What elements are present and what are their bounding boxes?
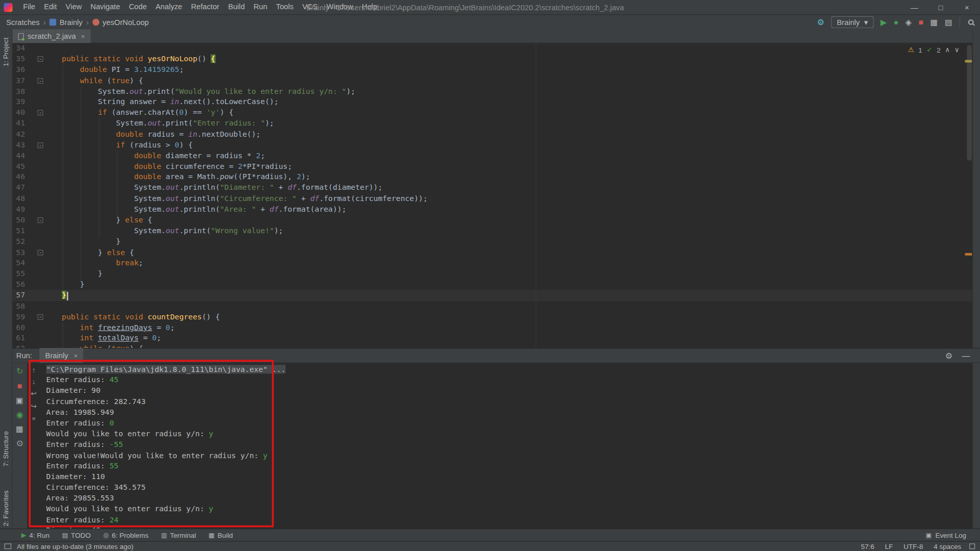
hide-panel-icon[interactable]: —: [962, 351, 970, 360]
code-line[interactable]: 57 }: [12, 290, 972, 301]
event-log-button[interactable]: ▣ Event Log: [925, 531, 966, 539]
code-line[interactable]: 35- public static void yesOrNoLoop() {: [12, 54, 972, 65]
code-line[interactable]: 56 }: [12, 280, 972, 290]
code-line[interactable]: 40- if (answer.charAt(0) == 'y') {: [12, 108, 972, 118]
code-line[interactable]: 42 double radius = in.nextDouble();: [12, 129, 972, 140]
toolwindow-stripe-structure[interactable]: 7: Structure: [2, 431, 10, 467]
maximize-icon[interactable]: □: [927, 0, 953, 15]
toolwindow-button-terminal[interactable]: ▥Terminal: [155, 529, 202, 541]
scrollbar-todo-mark[interactable]: [965, 253, 972, 256]
menu-edit[interactable]: Edit: [40, 0, 61, 14]
rerun-icon[interactable]: ↻: [16, 367, 23, 375]
menu-refactor[interactable]: Refactor: [187, 0, 224, 14]
scrollbar-warning-mark[interactable]: [965, 60, 972, 63]
gear-icon[interactable]: ⚙: [945, 351, 952, 360]
menu-navigate[interactable]: Navigate: [86, 0, 125, 14]
toolwindow-button-run[interactable]: ▶4: Run: [15, 529, 56, 541]
stop-icon[interactable]: ■: [918, 18, 923, 27]
toolwindow-stripe-favorites[interactable]: 2: Favorites: [2, 490, 10, 526]
warning-count[interactable]: 1: [918, 46, 922, 54]
code-line[interactable]: 59- public static void countDegrees() {: [12, 312, 972, 322]
code-line[interactable]: 39 String answer = in.next().toLowerCase…: [12, 97, 972, 108]
code-line[interactable]: 46 double area = Math.pow((PI*radius), 2…: [12, 172, 972, 183]
search-everywhere-icon[interactable]: [968, 19, 974, 25]
code-editor[interactable]: 3435- public static void yesOrNoLoop() {…: [12, 43, 972, 348]
file-encoding[interactable]: UTF-8: [903, 542, 923, 550]
dump-threads-icon[interactable]: ▣: [16, 396, 23, 404]
debug-icon[interactable]: ●: [894, 18, 899, 27]
menu-run[interactable]: Run: [249, 0, 272, 14]
clear-console-icon[interactable]: ×: [32, 415, 36, 422]
code-line[interactable]: 36 double PI = 3.14159265;: [12, 65, 972, 76]
toolwindow-switcher-icon[interactable]: [5, 543, 11, 549]
coverage-icon[interactable]: ◈: [905, 18, 912, 27]
line-ending[interactable]: LF: [885, 542, 893, 550]
breadcrumb-item[interactable]: Scratches: [5, 18, 41, 27]
toolwindow-button-build[interactable]: ▦Build: [202, 529, 239, 541]
code-line[interactable]: 51 System.out.print("Wrong value!");: [12, 226, 972, 236]
menu-view[interactable]: View: [61, 0, 86, 14]
fold-icon[interactable]: -: [37, 56, 43, 62]
fold-icon[interactable]: -: [37, 314, 43, 320]
pin-icon[interactable]: ⊙: [16, 439, 23, 447]
run-tab-brainly[interactable]: Brainly ×: [40, 348, 84, 363]
code-line[interactable]: 38 System.out.print("Would you like to e…: [12, 86, 972, 97]
fold-icon[interactable]: -: [37, 142, 43, 148]
code-line[interactable]: 41 System.out.print("Enter radius: ");: [12, 118, 972, 129]
minimize-icon[interactable]: —: [901, 0, 927, 15]
next-problem-icon[interactable]: ∨: [954, 45, 960, 54]
run-config-select[interactable]: Brainly ▾: [831, 16, 874, 28]
fold-icon[interactable]: -: [37, 217, 43, 223]
ok-count[interactable]: 2: [937, 46, 941, 54]
breadcrumb-item[interactable]: Brainly: [58, 18, 84, 27]
layout-icon[interactable]: ▤: [945, 18, 952, 27]
run-icon[interactable]: ▶: [880, 18, 887, 27]
tool-windows-icon[interactable]: ▦: [930, 18, 938, 27]
code-line[interactable]: 43- if (radius > 0) {: [12, 140, 972, 151]
caret-position[interactable]: 57:6: [861, 542, 874, 550]
fold-icon[interactable]: -: [37, 110, 43, 116]
code-line[interactable]: 55 }: [12, 268, 972, 279]
indent-style[interactable]: 4 spaces: [934, 542, 961, 550]
menu-tools[interactable]: Tools: [272, 0, 298, 14]
settings-wrench-icon[interactable]: ⚙: [817, 17, 824, 27]
soft-wrap-icon[interactable]: ↩: [31, 390, 36, 398]
toolwindow-button-todo[interactable]: ▤TODO: [56, 529, 97, 541]
code-line[interactable]: 61 int totalDays = 0;: [12, 333, 972, 344]
menu-build[interactable]: Build: [224, 0, 249, 14]
scroll-to-end-icon[interactable]: ↪: [31, 403, 36, 411]
close-icon[interactable]: ×: [954, 0, 980, 15]
stop-icon[interactable]: ■: [17, 382, 22, 390]
toolwindow-button-problems[interactable]: ◎6: Problems: [97, 529, 155, 541]
code-line[interactable]: 45 double circumference = 2*PI*radius;: [12, 161, 972, 172]
code-line[interactable]: 48 System.out.println("Circumference: " …: [12, 193, 972, 204]
code-line[interactable]: 44 double diameter = radius * 2;: [12, 151, 972, 161]
down-stack-icon[interactable]: ↓: [32, 378, 36, 386]
code-line[interactable]: 58: [12, 301, 972, 312]
run-tab-close-icon[interactable]: ×: [74, 352, 78, 359]
menu-code[interactable]: Code: [125, 0, 151, 14]
fold-icon[interactable]: -: [37, 78, 43, 84]
prev-problem-icon[interactable]: ∧: [945, 45, 950, 54]
up-stack-icon[interactable]: ↑: [32, 366, 36, 374]
code-line[interactable]: 60 int freezingDays = 0;: [12, 322, 972, 333]
code-line[interactable]: 34: [12, 43, 972, 54]
restore-layout-icon[interactable]: ▦: [16, 425, 23, 433]
code-line[interactable]: 62 while (true) {: [12, 344, 972, 348]
statusbar-corner-icon[interactable]: [969, 543, 975, 549]
menu-file[interactable]: File: [19, 0, 40, 14]
code-line[interactable]: 50- } else {: [12, 215, 972, 226]
fold-icon[interactable]: -: [37, 249, 43, 255]
breadcrumb-item[interactable]: yesOrNoLoop: [101, 18, 150, 27]
toolwindow-stripe-project[interactable]: 1: Project: [2, 37, 10, 66]
rerun-failed-icon[interactable]: ◉: [16, 410, 23, 418]
code-line[interactable]: 53- } else {: [12, 247, 972, 258]
console[interactable]: "C:\Program Files\Java\jdk1.8.0_111\bin\…: [28, 363, 972, 528]
tab-scratch-file[interactable]: scratch_2.java ×: [12, 30, 90, 43]
code-line[interactable]: 54 break;: [12, 258, 972, 268]
tab-close-icon[interactable]: ×: [81, 33, 85, 40]
code-line[interactable]: 47 System.out.println("Diameter: " + df.…: [12, 183, 972, 193]
code-line[interactable]: 37- while (true) {: [12, 76, 972, 86]
code-line[interactable]: 52 }: [12, 236, 972, 247]
menu-analyze[interactable]: Analyze: [151, 0, 186, 14]
